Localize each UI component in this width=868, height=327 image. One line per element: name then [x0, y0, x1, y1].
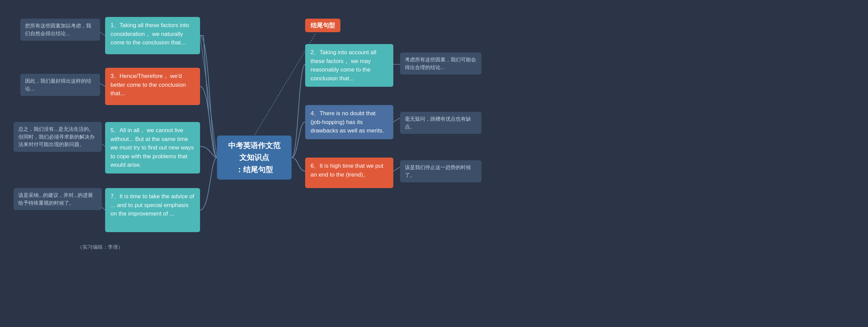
right-label-4: 毫无疑问，跳槽有优点也有缺点。 — [400, 112, 481, 134]
mind-map: 中考英语作文范文知识点 ：结尾句型 结尾句型 把所有这些因素加以考虑，我们自然会… — [0, 0, 868, 327]
node-6: 6、It is high time that we put an end to … — [305, 158, 393, 188]
node-5: 5、All in all， we cannot live without... … — [105, 122, 200, 173]
node-5-text: 5、All in all， we cannot live without... … — [111, 127, 194, 168]
node-4: 4、There is no doubt that (job-hopping) h… — [305, 105, 393, 139]
label-text-5: 总之，我们没有...是无法生活的。但同时，我们必须寻求新的解决办法来对付可能出现… — [18, 126, 95, 147]
right-label-6: 该是我们停止这一趋势的时候了。 — [400, 160, 481, 182]
svg-line-6 — [393, 118, 400, 122]
node-7: 7、It is time to take the advice of ... a… — [105, 188, 200, 232]
central-title: 中考英语作文范文知识点 ：结尾句型 — [225, 140, 283, 176]
svg-line-7 — [393, 167, 400, 171]
node-3: 3、Hence/Therefore， we'd better come to t… — [105, 68, 200, 105]
node-1-text: 1、Taking all these factors into consider… — [111, 22, 189, 46]
node-2-text: 2、Taking into account all these factors，… — [311, 49, 376, 82]
right-label-2: 考虑所有这些因素，我们可能会得出合理的结论... — [400, 53, 481, 75]
node-4-text: 4、There is no doubt that (job-hopping) h… — [311, 110, 384, 134]
right-label-text-6: 该是我们停止这一趋势的时候了。 — [405, 164, 471, 178]
label-node-3: 因此，我们最好得出这样的结论... — [20, 74, 100, 96]
node-3-text: 3、Hence/Therefore， we'd better come to t… — [111, 73, 186, 97]
category-label: 结尾句型 — [305, 19, 340, 32]
node-2: 2、Taking into account all these factors，… — [305, 44, 393, 87]
label-text-1: 把所有这些因素加以考虑，我们自然会得出结论... — [25, 23, 91, 36]
label-node-5: 总之，我们没有...是无法生活的。但同时，我们必须寻求新的解决办法来对付可能出现… — [14, 122, 102, 152]
label-node-1: 把所有这些因素加以考虑，我们自然会得出结论... — [20, 19, 100, 41]
label-text-7: 该是采纳...的建议，并对...的进展给予特殊重视的时候了。 — [18, 192, 93, 206]
svg-line-0 — [200, 36, 217, 158]
node-7-text: 7、It is time to take the advice of ... a… — [111, 193, 194, 217]
node-6-text: 6、It is high time that we put an end to … — [311, 163, 383, 178]
editor-note: （实习编辑：李倩） — [63, 244, 137, 250]
central-node: 中考英语作文范文知识点 ：结尾句型 — [217, 136, 292, 180]
label-node-7: 该是采纳...的建议，并对...的进展给予特殊重视的时候了。 — [14, 188, 102, 210]
right-label-text-2: 考虑所有这些因素，我们可能会得出合理的结论... — [405, 57, 476, 70]
node-1: 1、Taking all these factors into consider… — [105, 17, 200, 54]
right-label-text-4: 毫无疑问，跳槽有优点也有缺点。 — [405, 116, 471, 129]
label-text-3: 因此，我们最好得出这样的结论... — [25, 78, 91, 91]
